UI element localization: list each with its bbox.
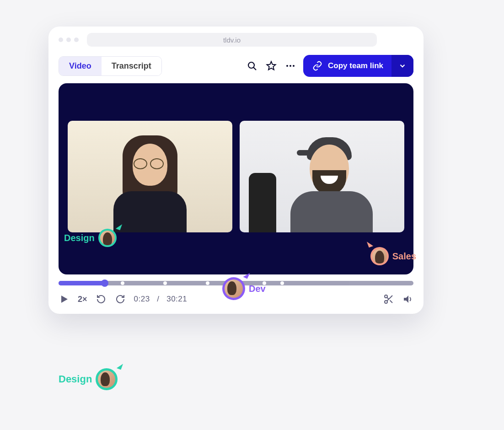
cursor-dev-avatar [222, 277, 245, 300]
tab-video[interactable]: Video [59, 57, 102, 75]
svg-point-3 [286, 65, 288, 67]
timeline-wrap: Dev [48, 274, 424, 285]
timeline-marker[interactable] [163, 281, 167, 285]
copy-team-link-button[interactable]: Copy team link [303, 55, 413, 77]
browser-chrome: tldv.io [48, 27, 424, 50]
video-tile-2[interactable] [240, 121, 404, 232]
cursor-sales: Sales [370, 247, 416, 265]
svg-point-4 [290, 65, 291, 67]
svg-point-0 [248, 62, 254, 68]
tab-group: Video Transcript [59, 56, 162, 76]
copy-team-link-label: Copy team link [328, 61, 391, 70]
window-dots [59, 38, 79, 42]
cursor-design-2: Design [59, 368, 118, 390]
cursor-design: Design [64, 229, 117, 247]
svg-marker-12 [404, 296, 408, 303]
dot-close [59, 38, 63, 42]
dot-max [74, 38, 79, 42]
cursor-sales-label: Sales [392, 251, 416, 262]
time-duration: 30:21 [166, 295, 187, 303]
more-icon[interactable] [284, 59, 297, 72]
cursor-design-2-label: Design [59, 373, 92, 385]
copy-team-link-dropdown[interactable] [391, 55, 413, 77]
svg-line-1 [254, 68, 257, 70]
video-tile-1[interactable] [68, 121, 232, 232]
svg-point-5 [293, 65, 295, 67]
time-display: 0:23 / 30:21 [134, 295, 188, 304]
time-sep: / [157, 295, 159, 303]
cursor-design-avatar [98, 229, 117, 247]
svg-line-11 [387, 297, 389, 299]
svg-point-7 [385, 295, 387, 298]
svg-marker-2 [267, 62, 276, 70]
svg-point-8 [385, 301, 387, 303]
scissors-icon[interactable] [383, 294, 394, 305]
timeline-marker[interactable] [280, 281, 284, 285]
volume-icon[interactable] [402, 294, 413, 305]
toolbar: Video Transcript Copy team link [48, 50, 424, 83]
cursor-sales-avatar [370, 247, 389, 265]
tab-transcript[interactable]: Transcript [102, 57, 161, 75]
link-icon [312, 61, 322, 71]
url-bar[interactable]: tldv.io [87, 33, 377, 47]
browser-window: tldv.io Video Transcript Copy team link [48, 27, 424, 314]
video-area: Design Sales [59, 83, 413, 274]
cursor-design-label: Design [64, 233, 95, 243]
rewind-10-icon[interactable] [96, 294, 107, 305]
svg-line-10 [390, 301, 393, 303]
playback-speed[interactable]: 2× [78, 295, 87, 304]
timeline-marker[interactable] [121, 281, 124, 285]
cursor-dev: Dev [222, 277, 266, 300]
cursor-design-2-avatar [96, 368, 118, 390]
cursor-dev-label: Dev [249, 284, 266, 294]
play-icon[interactable] [59, 294, 70, 305]
svg-marker-6 [61, 296, 68, 303]
star-icon[interactable] [265, 59, 278, 72]
timeline-progress [59, 281, 105, 285]
url-text: tldv.io [223, 36, 241, 44]
time-current: 0:23 [134, 295, 150, 303]
timeline-marker[interactable] [206, 281, 209, 285]
timeline-thumb[interactable] [101, 280, 108, 287]
dot-min [66, 38, 71, 42]
search-icon[interactable] [246, 59, 258, 72]
forward-10-icon[interactable] [115, 294, 126, 305]
